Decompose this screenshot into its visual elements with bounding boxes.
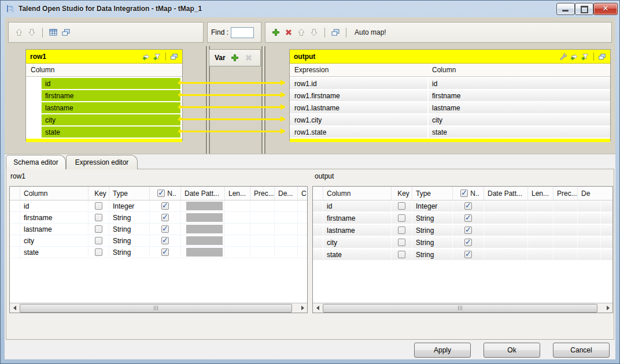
col-nullable[interactable]: N..	[150, 187, 181, 200]
input-table-header[interactable]: row1	[26, 50, 182, 64]
key-checkbox[interactable]	[95, 237, 102, 244]
output-row[interactable]: row1.citycity	[290, 114, 610, 125]
type-cell[interactable]: Integer	[109, 200, 150, 211]
col-comment[interactable]: C	[298, 187, 307, 200]
add-expression-button[interactable]	[570, 53, 578, 61]
maximize-button[interactable]	[575, 3, 593, 15]
output-table-header[interactable]: output	[290, 50, 610, 64]
key-checkbox[interactable]	[398, 214, 405, 222]
input-row[interactable]: state	[26, 127, 182, 138]
auto-map-button[interactable]: Auto map!	[355, 28, 386, 36]
column-cell[interactable]: lastname	[20, 224, 88, 235]
type-cell[interactable]: String	[109, 212, 150, 223]
col-precision[interactable]: Prec...	[553, 187, 578, 200]
schema-row[interactable]: stateString	[10, 247, 307, 258]
column-cell[interactable]: id	[323, 200, 392, 211]
scrollbar-thumb[interactable]	[20, 304, 292, 313]
nullable-header-checkbox[interactable]	[460, 190, 468, 197]
input-column-cell[interactable]: city	[42, 114, 180, 125]
nullable-checkbox[interactable]	[161, 225, 169, 233]
horizontal-scrollbar[interactable]	[10, 303, 307, 313]
output-down-button[interactable]	[309, 28, 319, 37]
add-filter-button[interactable]	[581, 53, 589, 61]
key-checkbox[interactable]	[95, 214, 102, 221]
mapping-link-firstname[interactable]	[178, 94, 285, 96]
cancel-button[interactable]: Cancel	[553, 343, 610, 358]
nullable-checkbox[interactable]	[464, 239, 472, 246]
horizontal-scrollbar[interactable]	[313, 303, 612, 313]
output-row[interactable]: row1.firstnamefirstname	[290, 90, 610, 101]
move-up-button[interactable]	[14, 28, 24, 37]
mapping-link-id[interactable]	[178, 82, 285, 84]
nullable-checkbox[interactable]	[161, 214, 169, 221]
key-checkbox[interactable]	[95, 248, 102, 256]
schema-row[interactable]: cityString	[10, 235, 307, 247]
col-nullable[interactable]: N..	[453, 187, 484, 200]
add-expression-button[interactable]	[142, 53, 150, 61]
key-checkbox[interactable]	[398, 202, 405, 210]
tab-expression-editor[interactable]: Expression editor	[66, 155, 138, 169]
column-cell[interactable]: firstname	[432, 92, 460, 100]
nullable-checkbox[interactable]	[161, 237, 169, 244]
type-cell[interactable]: String	[412, 249, 453, 260]
type-cell[interactable]: String	[412, 213, 453, 224]
col-date-pattern[interactable]: Date Patt...	[181, 187, 225, 200]
col-key[interactable]: Key	[392, 187, 412, 200]
expression-cell[interactable]: row1.firstname	[290, 92, 340, 100]
col-default[interactable]: De	[578, 187, 612, 200]
column-cell[interactable]: state	[323, 249, 392, 260]
mapping-link-state[interactable]	[178, 131, 285, 132]
apply-button[interactable]: Apply	[414, 343, 471, 358]
input-column-cell[interactable]: state	[42, 127, 180, 138]
column-cell[interactable]: id	[432, 80, 437, 88]
type-cell[interactable]: String	[109, 247, 150, 258]
mapping-link-lastname[interactable]	[178, 106, 285, 108]
col-type[interactable]: Type	[109, 187, 150, 200]
minimize-output-table-button[interactable]	[598, 53, 606, 61]
add-var-button[interactable]	[230, 53, 239, 62]
schema-view-button[interactable]	[49, 28, 58, 37]
scroll-left-arrow[interactable]	[313, 303, 322, 313]
mapping-link-city[interactable]	[178, 118, 285, 120]
type-cell[interactable]: String	[412, 237, 453, 248]
nullable-checkbox[interactable]	[464, 202, 472, 210]
column-cell[interactable]: firstname	[20, 212, 88, 223]
schema-row[interactable]: idInteger	[313, 200, 612, 213]
key-checkbox[interactable]	[95, 225, 102, 233]
column-cell[interactable]: state	[20, 247, 88, 258]
input-column-cell[interactable]: lastname	[42, 102, 180, 113]
expression-cell[interactable]: row1.lastname	[290, 104, 339, 112]
nullable-header-checkbox[interactable]	[157, 190, 165, 197]
nullable-checkbox[interactable]	[464, 226, 472, 234]
col-default[interactable]: De...	[275, 187, 298, 200]
output-row[interactable]: row1.idid	[290, 78, 610, 89]
col-type[interactable]: Type	[412, 187, 453, 200]
schema-row[interactable]: idInteger	[10, 200, 307, 212]
column-cell[interactable]: lastname	[432, 104, 460, 112]
key-checkbox[interactable]	[398, 226, 405, 234]
schema-row[interactable]: firstnameString	[313, 213, 612, 225]
schema-row[interactable]: cityString	[313, 237, 612, 249]
tab-schema-editor[interactable]: Schema editor	[6, 155, 66, 169]
nullable-checkbox[interactable]	[161, 202, 169, 210]
scrollbar-thumb[interactable]	[323, 304, 597, 313]
input-column-cell[interactable]: firstname	[42, 90, 180, 101]
column-cell[interactable]: city	[323, 237, 392, 248]
schema-row[interactable]: lastnameString	[313, 225, 612, 237]
remove-var-button[interactable]	[244, 53, 253, 62]
output-up-button[interactable]	[297, 28, 306, 37]
key-checkbox[interactable]	[398, 251, 405, 258]
tmap-settings-button[interactable]	[559, 53, 567, 61]
right-splitter[interactable]	[261, 46, 265, 154]
key-checkbox[interactable]	[95, 202, 102, 210]
output-row[interactable]: row1.lastnamelastname	[290, 102, 610, 113]
schema-row[interactable]: lastnameString	[10, 224, 307, 235]
column-cell[interactable]: state	[432, 128, 447, 136]
expression-cell[interactable]: row1.id	[290, 80, 317, 88]
col-precision[interactable]: Prec...	[250, 187, 275, 200]
output-row[interactable]: row1.statestate	[290, 127, 610, 138]
minimize-output-panel-button[interactable]	[331, 28, 340, 37]
minimize-panel-button[interactable]	[61, 28, 71, 37]
schema-row[interactable]: firstnameString	[10, 212, 307, 224]
expression-cell[interactable]: row1.city	[290, 116, 322, 124]
